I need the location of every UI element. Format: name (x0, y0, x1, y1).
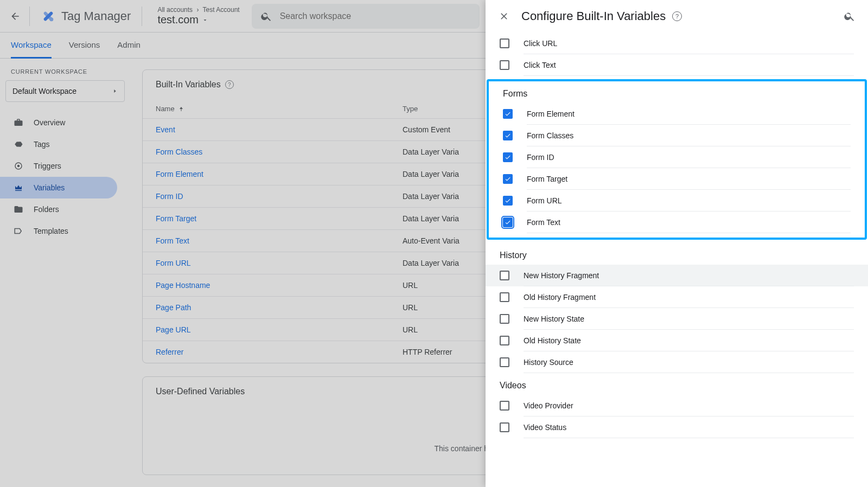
variable-row[interactable]: Click Text (486, 54, 868, 76)
variable-label: Click Text (524, 54, 854, 76)
drawer-header: Configure Built-In Variables ? (486, 0, 868, 33)
variable-row[interactable]: Video Provider (486, 395, 868, 416)
variable-row[interactable]: New History State (486, 308, 868, 330)
variable-label: Video Provider (524, 395, 854, 416)
variable-label: Old History Fragment (524, 286, 854, 308)
variable-row[interactable]: Form Classes (489, 125, 865, 146)
variable-row[interactable]: Old History Fragment (486, 286, 868, 308)
drawer-title: Configure Built-In Variables (521, 9, 666, 23)
variable-row[interactable]: Video Status (486, 416, 868, 438)
search-icon (844, 10, 856, 22)
variable-checkbox[interactable] (500, 422, 509, 432)
group-title: Videos (486, 373, 868, 395)
variable-row[interactable]: Form ID (489, 146, 865, 168)
variable-group: FormsForm ElementForm ClassesForm IDForm… (487, 79, 867, 240)
variable-label: Form ID (527, 146, 851, 168)
variable-checkbox[interactable] (503, 109, 513, 119)
variable-row[interactable]: Form Element (489, 103, 865, 125)
variable-checkbox[interactable] (500, 271, 509, 280)
drawer-search-button[interactable] (839, 5, 860, 27)
close-icon (499, 11, 509, 22)
variable-checkbox[interactable] (500, 314, 509, 324)
variable-row[interactable]: Form URL (489, 190, 865, 212)
variable-checkbox[interactable] (500, 401, 509, 411)
variable-label: Form Element (527, 103, 851, 125)
variable-label: Video Status (524, 416, 854, 438)
variable-checkbox[interactable] (500, 336, 509, 345)
variable-row[interactable]: History Source (486, 351, 868, 373)
configure-variables-drawer: Configure Built-In Variables ? Click URL… (486, 0, 868, 487)
variable-row[interactable]: Old History State (486, 330, 868, 351)
variable-label: Click URL (524, 33, 854, 54)
variable-label: New History Fragment (524, 265, 854, 286)
variable-row[interactable]: Form Target (489, 168, 865, 190)
variable-checkbox[interactable] (503, 131, 513, 140)
group-title: History (486, 243, 868, 265)
variable-checkbox[interactable] (503, 152, 513, 162)
variable-group: VideosVideo ProviderVideo Status (486, 373, 868, 438)
variable-group: HistoryNew History FragmentOld History F… (486, 243, 868, 373)
variable-checkbox[interactable] (500, 39, 509, 48)
variable-group: Click URLClick Text (486, 33, 868, 76)
variable-checkbox[interactable] (500, 292, 509, 302)
variable-label: New History State (524, 308, 854, 330)
variable-label: History Source (524, 351, 854, 373)
variable-row[interactable]: New History Fragment (486, 265, 868, 286)
variable-checkbox[interactable] (503, 174, 513, 184)
variable-checkbox[interactable] (503, 217, 513, 227)
variable-label: Form URL (527, 190, 851, 212)
variable-label: Form Classes (527, 125, 851, 146)
variable-label: Form Target (527, 168, 851, 190)
variable-checkbox[interactable] (500, 357, 509, 367)
variable-label: Old History State (524, 330, 854, 351)
variable-label: Form Text (527, 212, 851, 233)
variable-checkbox[interactable] (500, 60, 509, 70)
close-button[interactable] (493, 5, 515, 27)
variable-row[interactable]: Click URL (486, 33, 868, 54)
help-icon[interactable]: ? (672, 11, 682, 21)
variable-row[interactable]: Form Text (489, 212, 865, 233)
group-title: Forms (489, 81, 865, 103)
variable-checkbox[interactable] (503, 196, 513, 206)
